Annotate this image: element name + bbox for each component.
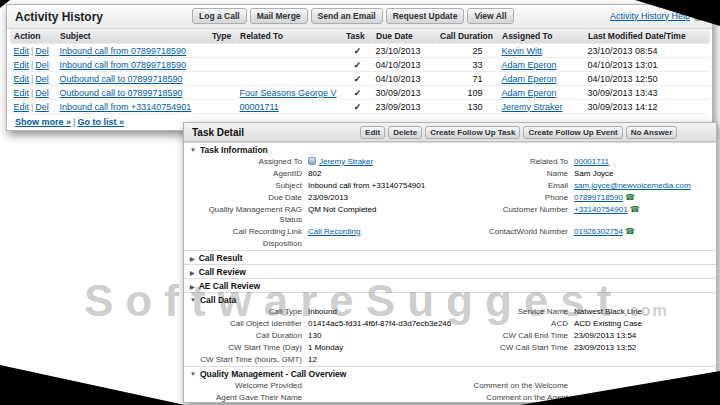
- assigned-to-link[interactable]: Jeremy Straker: [502, 102, 563, 112]
- section-call-data[interactable]: ▼ Call Data: [184, 292, 716, 306]
- field-row: Call Recording Link Call Recording Conta…: [184, 226, 716, 238]
- chevron-right-icon: ▶: [190, 283, 195, 290]
- type-cell: [209, 44, 237, 58]
- section-call-result[interactable]: ▶ Call Result: [184, 250, 716, 264]
- call-recording-link[interactable]: Call Recording: [308, 227, 360, 236]
- log-a-call-button[interactable]: Log a Call: [192, 8, 247, 24]
- col-last-modified[interactable]: Last Modified Date/Time: [585, 29, 710, 44]
- send-an-email-button[interactable]: Send an Email: [311, 8, 383, 24]
- related-to-link[interactable]: 00001711: [574, 157, 609, 166]
- phone-icon[interactable]: ☎: [630, 205, 640, 214]
- field-row: Call Type Inbound Service Name Natwest B…: [184, 306, 716, 318]
- create-follow-up-task-button[interactable]: Create Follow Up Task: [425, 126, 520, 139]
- section-task-information[interactable]: ▼ Task Information: [184, 142, 716, 156]
- edit-link[interactable]: Edit: [14, 46, 30, 56]
- chevron-down-icon: ▼: [190, 371, 196, 377]
- col-due-date[interactable]: Due Date: [373, 29, 437, 44]
- del-link[interactable]: Del: [35, 88, 49, 98]
- del-link[interactable]: Del: [35, 102, 49, 112]
- section-ae-call-review[interactable]: ▶ AE Call Review: [184, 278, 716, 292]
- edit-link[interactable]: Edit: [14, 88, 30, 98]
- call-duration-cell: 25: [437, 44, 499, 58]
- section-call-review[interactable]: ▶ Call Review: [184, 264, 716, 278]
- col-subject[interactable]: Subject: [57, 29, 209, 44]
- field-value: 01926302754☎: [574, 226, 710, 238]
- assigned-to-link[interactable]: Kevin Witt: [502, 46, 543, 56]
- delete-button[interactable]: Delete: [388, 126, 422, 139]
- phone-link[interactable]: 07899718590: [574, 193, 623, 202]
- subject-link[interactable]: Outbound call to 07899718590: [60, 88, 183, 98]
- assigned-to-cell: Adam Eperon: [499, 58, 585, 72]
- field-value: sam.joyce@newvoicemedia.com: [574, 180, 710, 192]
- activity-history-table: Action Subject Type Related To Task Due …: [10, 29, 710, 114]
- related-to-link[interactable]: Four Seasons George V: [240, 88, 337, 98]
- assigned-to-link[interactable]: Adam Eperon: [502, 60, 557, 70]
- subject-link[interactable]: Inbound call from 07899718590: [60, 60, 187, 70]
- del-link[interactable]: Del: [35, 74, 49, 84]
- col-type[interactable]: Type: [209, 29, 237, 44]
- field-label: Related To: [466, 156, 574, 168]
- phone-icon[interactable]: ☎: [625, 227, 635, 236]
- col-call-duration[interactable]: Call Duration: [437, 29, 499, 44]
- col-task[interactable]: Task: [343, 29, 373, 44]
- due-date-cell: 04/10/2013: [373, 72, 437, 86]
- phone-link[interactable]: +33140754901: [574, 205, 628, 214]
- col-action[interactable]: Action: [11, 29, 57, 44]
- col-related-to[interactable]: Related To: [237, 29, 343, 44]
- section-qm-call-overview[interactable]: ▼ Quality Management - Call Overview: [184, 366, 716, 380]
- field-label: AgentID: [190, 168, 308, 180]
- action-cell: Edit|Del: [11, 86, 57, 100]
- edit-button[interactable]: Edit: [360, 126, 385, 139]
- create-follow-up-event-button[interactable]: Create Follow Up Event: [523, 126, 622, 139]
- go-to-list-link[interactable]: Go to list »: [78, 117, 125, 127]
- related-to-link[interactable]: 00001711: [240, 102, 279, 112]
- field-label: CW Start Time (Day): [190, 342, 308, 354]
- field-label: Call Object Identifier: [190, 318, 308, 330]
- subject-cell: Outbound call to 07899718590: [57, 72, 209, 86]
- task-checkmark: ✓: [343, 72, 373, 86]
- field-row: Disposition: [184, 238, 716, 250]
- assigned-to-link[interactable]: Jeremy Straker: [319, 157, 373, 166]
- view-all-button[interactable]: View All: [467, 8, 513, 24]
- show-more-link[interactable]: Show more »: [15, 117, 71, 127]
- action-separator: |: [31, 88, 33, 98]
- del-link[interactable]: Del: [35, 46, 49, 56]
- edit-link[interactable]: Edit: [14, 74, 30, 84]
- subject-link[interactable]: Inbound call from +33140754901: [60, 102, 192, 112]
- section-title: Call Review: [199, 267, 246, 277]
- field-label: CW Call Start Time: [466, 342, 574, 354]
- call-duration-cell: 71: [437, 72, 499, 86]
- assigned-to-link[interactable]: Adam Eperon: [502, 74, 557, 84]
- task-detail-title: Task Detail: [192, 127, 244, 138]
- mail-merge-button[interactable]: Mail Merge: [250, 8, 308, 24]
- phone-icon[interactable]: ☎: [625, 193, 635, 202]
- field-label: Disposition: [190, 238, 308, 250]
- phone-link[interactable]: 01926302754: [574, 227, 623, 236]
- field-value: Natwest Black Line: [574, 306, 710, 318]
- subject-cell: Inbound call from 07899718590: [57, 58, 209, 72]
- edit-link[interactable]: Edit: [14, 60, 30, 70]
- related-to-cell: [237, 58, 343, 72]
- last-modified-cell: 04/10/2013 13:01: [585, 58, 710, 72]
- subject-link[interactable]: Outbound call to 07899718590: [60, 74, 183, 84]
- edit-link[interactable]: Edit: [14, 102, 30, 112]
- col-assigned-to[interactable]: Assigned To: [499, 29, 585, 44]
- user-icon: [308, 157, 316, 165]
- field-value: QM Not Completed: [308, 204, 466, 226]
- del-link[interactable]: Del: [35, 60, 49, 70]
- due-date-cell: 23/10/2013: [373, 44, 437, 58]
- field-value: 01414ac5-fd31-4f6f-87f4-d3d7ecb3e246: [308, 318, 466, 330]
- task-checkmark: ✓: [343, 100, 373, 114]
- section-title: Call Data: [200, 295, 236, 305]
- email-link[interactable]: sam.joyce@newvoicemedia.com: [574, 181, 691, 190]
- subject-link[interactable]: Inbound call from 07899718590: [60, 46, 187, 56]
- activity-history-header: Activity History Log a Call Mail Merge S…: [7, 5, 712, 29]
- no-answer-button[interactable]: No Answer: [626, 126, 678, 139]
- section-title: Task Information: [200, 145, 268, 155]
- assigned-to-link[interactable]: Adam Eperon: [502, 88, 557, 98]
- action-cell: Edit|Del: [11, 58, 57, 72]
- request-update-button[interactable]: Request Update: [386, 8, 465, 24]
- field-row: Due Date 23/09/2013 Phone 07899718590☎: [184, 192, 716, 204]
- last-modified-cell: 04/10/2013 12:50: [585, 72, 710, 86]
- related-to-cell: Four Seasons George V: [237, 86, 343, 100]
